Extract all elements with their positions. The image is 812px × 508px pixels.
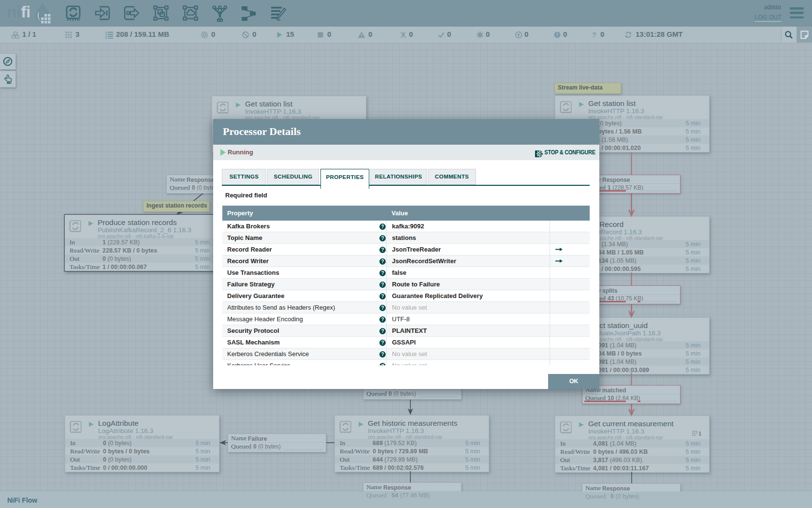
svg-text:?: ?: [381, 340, 384, 345]
svg-text:?: ?: [381, 329, 384, 334]
svg-text:?: ?: [381, 294, 384, 299]
svg-text:?: ?: [381, 270, 384, 276]
svg-text:?: ?: [381, 317, 384, 322]
svg-text:?: ?: [381, 236, 384, 241]
svg-text:?: ?: [381, 259, 384, 264]
svg-text:?: ?: [381, 352, 384, 357]
svg-text:?: ?: [381, 282, 384, 287]
svg-text:?: ?: [381, 305, 384, 311]
svg-text:?: ?: [381, 363, 384, 365]
svg-text:?: ?: [381, 247, 384, 253]
svg-text:?: ?: [381, 224, 384, 229]
svg-text:?: ?: [592, 31, 596, 39]
